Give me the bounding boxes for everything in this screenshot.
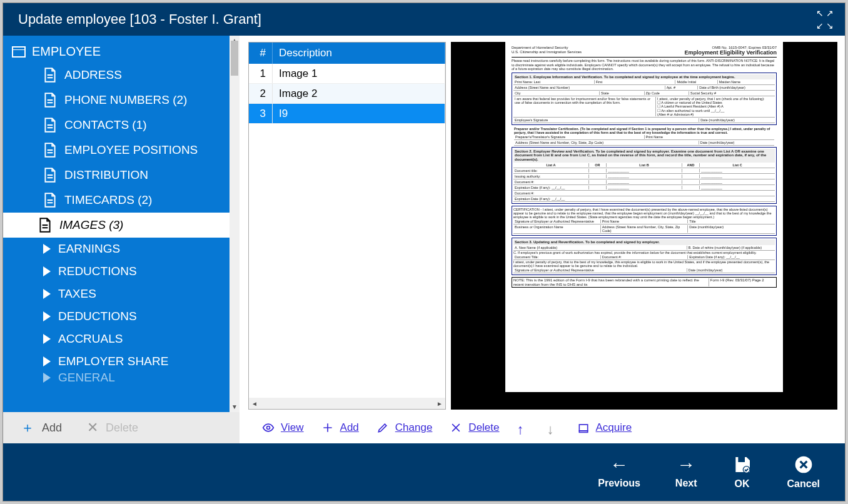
- scroll-thumb[interactable]: [231, 41, 238, 76]
- sidebar-scrollbar[interactable]: ▲ ▼: [230, 36, 240, 412]
- ok-button[interactable]: OK: [732, 455, 752, 490]
- document-icon: [43, 67, 57, 83]
- scroll-down-arrow-icon[interactable]: ▼: [230, 402, 240, 412]
- arrow-right-icon: →: [677, 455, 695, 474]
- svg-point-0: [267, 426, 270, 430]
- sidebar-footer: ＋ Add ✕ Delete: [3, 412, 240, 443]
- expand-icon: [43, 311, 51, 321]
- i9-form-document: Department of Homeland SecurityU.S. Citi…: [505, 42, 783, 392]
- table-row[interactable]: 2Image 2: [249, 84, 445, 104]
- arrow-down-icon: ↓: [547, 421, 560, 434]
- grid-header: # Description: [249, 43, 445, 64]
- add-button[interactable]: Add: [321, 421, 359, 434]
- next-button[interactable]: →Next: [675, 455, 697, 489]
- cancel-icon: [794, 455, 814, 475]
- col-description[interactable]: Description: [273, 43, 445, 64]
- maximize-icon[interactable]: ↖↗↙↘: [816, 11, 834, 28]
- view-button[interactable]: View: [262, 421, 304, 434]
- document-icon: [38, 217, 52, 233]
- eye-icon: [262, 421, 275, 434]
- expand-icon: [43, 289, 51, 299]
- delete-button[interactable]: Delete: [450, 421, 499, 434]
- expand-icon: [43, 373, 51, 383]
- sidebar: EMPLOYEE ADDRESSPHONE NUMBERS (2)CONTACT…: [3, 36, 240, 443]
- cancel-button[interactable]: Cancel: [787, 455, 820, 490]
- sidebar-item-reductions[interactable]: REDUCTIONS: [3, 260, 240, 283]
- pencil-icon: [376, 421, 389, 434]
- sidebar-item-deductions[interactable]: DEDUCTIONS: [3, 305, 240, 328]
- images-grid: # Description 1Image 12Image 23I9 ◄►: [248, 42, 446, 410]
- arrow-up-icon: ↑: [517, 421, 530, 434]
- image-preview: Department of Homeland SecurityU.S. Citi…: [451, 42, 837, 410]
- table-row[interactable]: 3I9: [249, 104, 445, 124]
- svg-rect-2: [738, 457, 745, 462]
- sidebar-item-phone-numbers-[interactable]: PHONE NUMBERS (2): [3, 88, 240, 113]
- sidebar-root-employee[interactable]: EMPLOYEE: [3, 41, 240, 63]
- bottom-bar: ←Previous →Next OK Cancel: [3, 443, 845, 501]
- expand-icon: [43, 244, 51, 254]
- acquire-button[interactable]: Acquire: [577, 421, 632, 434]
- grid-h-scrollbar[interactable]: ◄►: [249, 398, 445, 409]
- document-icon: [43, 117, 57, 133]
- sidebar-item-earnings[interactable]: EARNINGS: [3, 238, 240, 260]
- sidebar-item-images-[interactable]: IMAGES (3): [3, 213, 240, 238]
- sidebar-item-distribution[interactable]: DISTRIBUTION: [3, 163, 240, 188]
- sidebar-item-employer-share[interactable]: EMPLOYER SHARE: [3, 350, 240, 373]
- x-icon: [450, 421, 462, 434]
- sidebar-add-button[interactable]: ＋ Add: [21, 418, 62, 437]
- sidebar-delete-button[interactable]: ✕ Delete: [87, 420, 138, 436]
- window-icon: [12, 46, 26, 58]
- sidebar-item-general[interactable]: GENERAL: [3, 373, 240, 383]
- expand-icon: [43, 334, 51, 344]
- sidebar-item-timecards-[interactable]: TIMECARDS (2): [3, 188, 240, 213]
- table-row[interactable]: 1Image 1: [249, 64, 445, 84]
- sidebar-item-accruals[interactable]: ACCRUALS: [3, 328, 240, 350]
- plus-icon: ＋: [21, 418, 34, 437]
- document-icon: [43, 167, 57, 183]
- sidebar-item-address[interactable]: ADDRESS: [3, 63, 240, 88]
- save-icon: [732, 455, 752, 475]
- col-num[interactable]: #: [249, 43, 273, 64]
- document-icon: [43, 92, 57, 108]
- plus-icon: [321, 421, 334, 434]
- expand-icon: [43, 356, 51, 366]
- change-button[interactable]: Change: [376, 421, 433, 434]
- x-icon: ✕: [87, 420, 98, 436]
- scanner-icon: [577, 421, 590, 434]
- arrow-left-icon: ←: [610, 455, 628, 474]
- document-icon: [43, 192, 57, 208]
- sidebar-item-employee-positions[interactable]: EMPLOYEE POSITIONS: [3, 138, 240, 163]
- sidebar-item-taxes[interactable]: TAXES: [3, 283, 240, 305]
- move-up-button[interactable]: ↑: [517, 421, 530, 434]
- image-toolbar: View Add Change Delete ↑ ↓ Acquire: [248, 412, 837, 443]
- move-down-button[interactable]: ↓: [547, 421, 560, 434]
- sidebar-item-contacts-[interactable]: CONTACTS (1): [3, 113, 240, 138]
- titlebar: Update employee [103 - Foster I. Grant] …: [3, 3, 845, 36]
- svg-rect-1: [579, 425, 587, 431]
- previous-button[interactable]: ←Previous: [598, 455, 640, 489]
- document-icon: [43, 142, 57, 158]
- expand-icon: [43, 266, 51, 276]
- window-title: Update employee [103 - Foster I. Grant]: [18, 11, 261, 28]
